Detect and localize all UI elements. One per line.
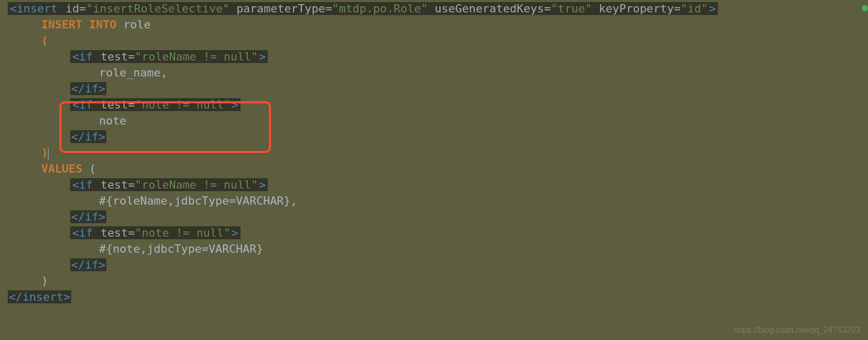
code-line[interactable]: INSERT INTO role (0, 17, 868, 33)
attr-id: id (66, 2, 79, 15)
kw-insert: INSERT (41, 18, 82, 31)
code-line[interactable]: <if test="note != null"> (0, 97, 868, 113)
attr-parametertype: parameterType (236, 2, 325, 15)
val-test: "roleName != null" (135, 50, 258, 63)
param-note: #{note,jdbcType=VARCHAR} (99, 242, 263, 255)
code-line[interactable]: <if test="roleName != null"> (0, 49, 868, 65)
if-tag-close: </if> (70, 258, 106, 271)
table-name: role (123, 18, 151, 31)
param-rolename: #{roleName,jdbcType=VARCHAR}, (99, 194, 297, 207)
val-test: "roleName != null" (135, 178, 258, 191)
code-line[interactable]: VALUES ( (0, 161, 868, 177)
code-line[interactable]: <if test="note != null"> (0, 225, 868, 241)
val-keyproperty: "id" (681, 2, 708, 15)
insert-tag-close: </insert> (8, 290, 71, 303)
kw-into: INTO (89, 18, 117, 31)
code-line[interactable]: </if> (0, 129, 868, 145)
code-line[interactable]: <if test="roleName != null"> (0, 177, 868, 193)
if-tag-close: </if> (70, 82, 106, 95)
val-test: "note != null" (135, 98, 230, 111)
column-note: note (99, 114, 126, 127)
code-line[interactable]: </if> (0, 209, 868, 225)
val-id: "insertRoleSelective" (86, 2, 230, 15)
code-line[interactable]: note (0, 113, 868, 129)
green-indicator (862, 5, 868, 11)
code-line[interactable]: role_name, (0, 65, 868, 81)
if-tag-open: <if (71, 226, 94, 239)
if-tag-close: </if> (70, 130, 106, 143)
attr-test: test (101, 50, 128, 63)
code-line[interactable]: </if> (0, 81, 868, 97)
kw-values: VALUES (41, 162, 82, 175)
attr-test: test (101, 178, 128, 191)
if-tag-open: <if (71, 178, 94, 191)
attr-test: test (101, 226, 128, 239)
if-tag-open: <if (71, 50, 94, 63)
code-line[interactable]: ( (0, 33, 868, 49)
attr-usegeneratedkeys: useGeneratedKeys (435, 2, 544, 15)
text-cursor (48, 147, 49, 160)
val-parametertype: "mtdp.po.Role" (332, 2, 428, 16)
if-tag-close: </if> (70, 210, 106, 223)
code-line[interactable]: <insert id="insertRoleSelective" paramet… (0, 1, 868, 17)
column-rolename: role_name, (99, 66, 167, 79)
val-test: "note != null" (135, 226, 230, 239)
val-usegeneratedkeys: "true" (551, 2, 591, 15)
if-tag-open: <if (71, 98, 94, 111)
code-line[interactable]: #{note,jdbcType=VARCHAR} (0, 241, 868, 257)
attr-keyproperty: keyProperty (599, 2, 674, 15)
close-paren-values: ) (41, 274, 48, 287)
watermark-text: https://blog.csdn.net/qq_24753293 (733, 324, 860, 336)
code-line[interactable]: </insert> (0, 289, 868, 305)
code-line[interactable]: ) (0, 273, 868, 289)
attr-test: test (101, 98, 128, 111)
open-paren: ( (41, 34, 48, 47)
code-editor[interactable]: <insert id="insertRoleSelective" paramet… (0, 0, 868, 305)
code-line[interactable]: #{roleName,jdbcType=VARCHAR}, (0, 193, 868, 209)
insert-tag-open: <insert (9, 2, 59, 15)
open-paren-values: ( (89, 162, 96, 175)
close-paren: ) (41, 146, 48, 159)
insert-tag-close-bracket: > (708, 2, 717, 15)
code-line[interactable]: </if> (0, 257, 868, 273)
code-line[interactable]: ) (0, 145, 868, 161)
